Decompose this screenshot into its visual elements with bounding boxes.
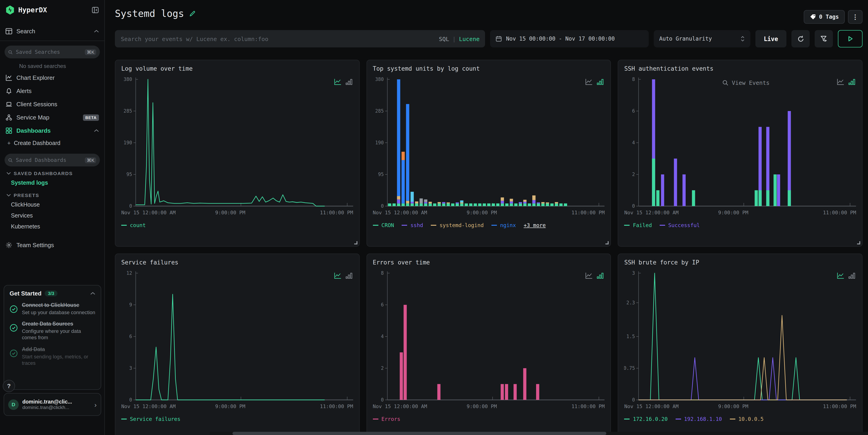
dashboard-menu-button[interactable]: ⋮ xyxy=(848,10,863,24)
legend-item[interactable]: systemd-logind xyxy=(431,222,484,228)
view-events-link[interactable]: View Events xyxy=(722,79,770,86)
step-title: Create Data Sources xyxy=(22,320,95,328)
get-started-title: Get Started xyxy=(9,290,41,297)
line-view-icon[interactable] xyxy=(334,272,341,279)
sidebar-item-dashboards[interactable]: Dashboards xyxy=(0,124,104,137)
bar-view-icon[interactable] xyxy=(848,79,856,85)
line-view-icon[interactable] xyxy=(586,272,593,279)
sidebar: ϟ HyperDX Search xyxy=(0,0,105,435)
svg-text:8: 8 xyxy=(632,76,635,82)
user-email: dominic.tran@clickh... xyxy=(22,404,72,410)
run-query-button[interactable] xyxy=(838,30,863,48)
line-view-icon[interactable] xyxy=(334,79,341,85)
sidebar-item-service-map[interactable]: Service Map BETA xyxy=(0,111,104,124)
preset-link-clickhouse[interactable]: ClickHouse xyxy=(0,199,104,210)
x-axis-tick-label: 11:00:00 PM xyxy=(823,404,856,409)
time-range-picker[interactable]: Nov 15 00:00:00 - Nov 17 00:00:00 xyxy=(490,30,649,48)
dashboard-link-systemd-logs[interactable]: Systemd logs xyxy=(0,177,104,188)
saved-searches-search[interactable]: ⌘K xyxy=(5,45,100,58)
chart-canvas: 129630 xyxy=(121,268,353,402)
bar-view-icon[interactable] xyxy=(345,79,352,85)
legend-swatch xyxy=(373,225,378,226)
legend-swatch xyxy=(624,418,630,420)
legend-item[interactable]: nginx xyxy=(491,222,516,228)
legend-item[interactable]: CRON xyxy=(373,222,394,228)
chevron-down-icon xyxy=(6,172,11,175)
event-search-input[interactable] xyxy=(115,35,485,42)
legend-label: CRON xyxy=(381,222,394,228)
legend-item[interactable]: count xyxy=(121,222,146,228)
line-view-icon[interactable] xyxy=(837,79,844,85)
legend-item[interactable]: 172.16.0.20 xyxy=(624,416,668,422)
legend-item[interactable]: Service failures xyxy=(121,416,181,422)
sidebar-item-alerts[interactable]: Alerts xyxy=(0,84,104,98)
chart-card-errors-over-time: Errors over time 86420 Nov 15 12:00:00 A… xyxy=(366,253,611,435)
chart-explorer-icon xyxy=(5,74,12,81)
x-axis-tick-label: Nov 15 12:00:00 AM xyxy=(624,404,679,409)
chart-card-ssh-auth-events: SSH authentication events View Events 86… xyxy=(618,60,863,247)
sql-toggle[interactable]: SQL xyxy=(439,35,449,42)
refresh-button[interactable] xyxy=(792,30,810,48)
edit-pencil-icon[interactable] xyxy=(188,10,196,17)
legend-item[interactable]: sshd xyxy=(402,222,423,228)
help-button[interactable]: ? xyxy=(3,380,15,392)
bar-view-icon[interactable] xyxy=(345,272,352,279)
sidebar-item-search[interactable]: Search xyxy=(0,25,104,38)
x-axis-tick-label: 11:00:00 PM xyxy=(823,210,856,216)
get-started-step[interactable]: Connect to ClickHouse Set up your databa… xyxy=(9,302,95,315)
bell-icon xyxy=(5,88,12,94)
preset-link-kubernetes[interactable]: Kubernetes xyxy=(0,221,104,232)
collapse-sidebar-icon[interactable] xyxy=(92,6,99,14)
sidebar-item-label: Search xyxy=(17,28,90,35)
legend-more-link[interactable]: +3 more xyxy=(524,222,546,228)
legend-item[interactable]: Errors xyxy=(373,416,400,422)
live-button[interactable]: Live xyxy=(755,30,786,48)
card-resize-handle[interactable] xyxy=(857,241,860,244)
svg-text:0: 0 xyxy=(129,397,132,402)
plot-area: 380285190950 xyxy=(373,74,604,210)
user-menu[interactable]: D dominic.tran@clic... dominic.tran@clic… xyxy=(4,393,101,416)
sidebar-item-client-sessions[interactable]: Client Sessions xyxy=(0,98,104,111)
saved-dashboards-input[interactable] xyxy=(16,157,82,163)
svg-text:6: 6 xyxy=(381,302,383,308)
legend-swatch xyxy=(402,225,407,226)
legend-item[interactable]: 192.168.1.10 xyxy=(675,416,722,422)
refresh-icon xyxy=(797,35,804,43)
legend-item[interactable]: Failed xyxy=(624,222,652,228)
svg-text:380: 380 xyxy=(124,76,132,82)
search-icon xyxy=(8,157,12,163)
get-started-step[interactable]: Add Data Start sending logs, metrics, or… xyxy=(9,346,95,366)
x-axis-labels: Nov 15 12:00:00 AM9:00:00 PM11:00:00 PM xyxy=(373,210,604,218)
line-view-icon[interactable] xyxy=(837,272,844,279)
bar-view-icon[interactable] xyxy=(597,272,604,279)
section-saved-dashboards[interactable]: SAVED DASHBOARDS xyxy=(0,166,104,177)
svg-text:0: 0 xyxy=(129,204,132,208)
section-presets[interactable]: PRESETS xyxy=(0,188,104,199)
get-started-step[interactable]: Create Data Sources Configure where your… xyxy=(9,320,95,341)
bar-view-icon[interactable] xyxy=(848,272,856,279)
select-chevrons-icon xyxy=(740,36,745,42)
sidebar-item-team-settings[interactable]: Team Settings xyxy=(0,239,104,252)
sidebar-item-chart-explorer[interactable]: Chart Explorer xyxy=(0,71,104,84)
create-dashboard-button[interactable]: + Create Dashboard xyxy=(0,137,104,149)
granularity-select[interactable]: Auto Granularity xyxy=(654,30,750,48)
tags-button[interactable]: 0 Tags xyxy=(804,10,845,24)
preset-link-services[interactable]: Services xyxy=(0,210,104,221)
card-resize-handle[interactable] xyxy=(606,241,609,244)
card-resize-handle[interactable] xyxy=(354,241,357,244)
chevron-up-icon[interactable] xyxy=(90,292,95,295)
legend-item[interactable]: 10.0.0.5 xyxy=(730,416,764,422)
laptop-icon xyxy=(5,101,12,107)
saved-dashboards-search[interactable]: ⌘K xyxy=(5,154,100,166)
bar-view-icon[interactable] xyxy=(597,79,604,85)
filter-button[interactable] xyxy=(815,30,833,48)
lucene-toggle[interactable]: Lucene xyxy=(459,35,479,42)
legend-label: Failed xyxy=(633,222,652,228)
dashboard-grid: Log volume over time 380285190950 Nov 15… xyxy=(115,60,863,435)
check-circle-icon xyxy=(9,305,18,313)
saved-searches-input[interactable] xyxy=(16,49,82,55)
legend-item[interactable]: Successful xyxy=(660,222,700,228)
horizontal-scrollbar-thumb[interactable] xyxy=(232,432,606,435)
svg-text:6: 6 xyxy=(632,108,635,114)
line-view-icon[interactable] xyxy=(586,79,593,85)
